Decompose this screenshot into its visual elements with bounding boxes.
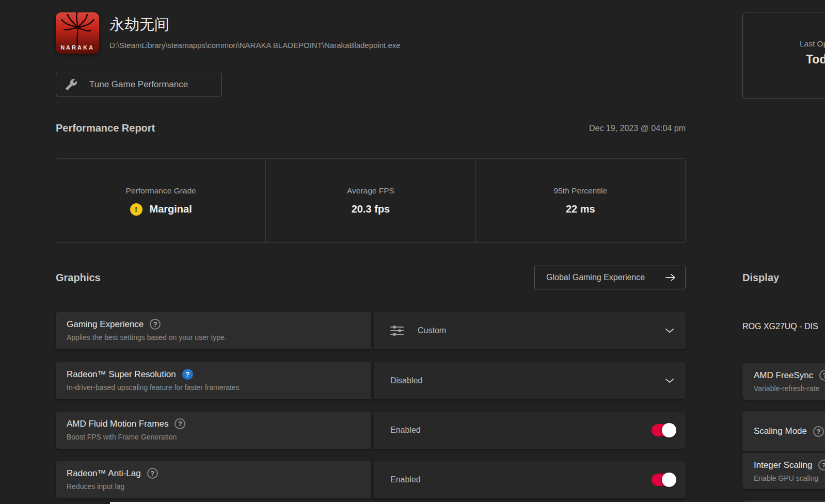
metric-average-fps: Average FPS 20.3 fps xyxy=(265,159,475,242)
global-gaming-experience-button[interactable]: Global Gaming Experience xyxy=(534,266,686,289)
performance-report-heading: Performance Report xyxy=(56,122,155,134)
radeon-anti-lag-control: Enabled xyxy=(374,461,686,498)
background-window-edge xyxy=(110,502,825,504)
metric-label: 95th Percentile xyxy=(554,186,607,196)
setting-row-amd-freesync[interactable]: AMD FreeSync Variable-refresh-rate xyxy=(742,363,825,400)
setting-subtitle: Variable-refresh-rate xyxy=(754,384,825,393)
chevron-down-icon xyxy=(664,325,675,336)
last-opened-label: Last Opened xyxy=(800,39,825,48)
setting-row-scaling-mode[interactable]: Scaling Mode xyxy=(742,411,825,451)
metric-label: Average FPS xyxy=(347,186,394,196)
amd-fluid-motion-frames-label-card: AMD Fluid Motion Frames Boost FPS with F… xyxy=(56,412,371,449)
amd-software-game-page: { "header": { "icon_text": "NARAKA", "ti… xyxy=(0,0,825,504)
setting-subtitle: In-driver-based upscaling feature for fa… xyxy=(67,383,371,392)
setting-subtitle: Reduces input lag xyxy=(67,482,371,491)
warning-icon xyxy=(130,203,142,216)
setting-title: AMD Fluid Motion Frames xyxy=(67,419,168,429)
wrench-icon xyxy=(65,78,77,91)
dropdown-selected-value: Disabled xyxy=(390,376,422,385)
arrow-right-icon xyxy=(664,271,677,284)
gaming-experience-label-card: Gaming Experience Applies the best setti… xyxy=(56,312,371,349)
sliders-icon xyxy=(390,324,404,337)
help-icon[interactable] xyxy=(818,460,825,470)
metric-value: 22 ms xyxy=(566,203,595,215)
setting-title: Radeon™ Anti-Lag xyxy=(67,468,141,479)
last-opened-card: Last Opened Today xyxy=(742,12,825,99)
game-title: 永劫无间 xyxy=(109,14,169,35)
help-icon[interactable] xyxy=(813,426,824,437)
setting-title: Gaming Experience xyxy=(67,319,144,330)
report-timestamp: Dec 19, 2023 @ 04:04 pm xyxy=(465,124,686,133)
setting-subtitle: Enable GPU scaling xyxy=(754,474,825,482)
help-icon[interactable] xyxy=(150,319,161,330)
setting-row-radeon-super-resolution: Radeon™ Super Resolution In-driver-based… xyxy=(56,362,686,399)
game-executable-path: D:\SteamLibrary\steamapps\common\NARAKA … xyxy=(109,41,401,50)
display-heading: Display xyxy=(742,272,779,284)
gaming-experience-dropdown[interactable]: Custom xyxy=(374,312,686,349)
radeon-super-resolution-dropdown[interactable]: Disabled xyxy=(374,362,686,399)
help-icon[interactable] xyxy=(174,418,185,429)
toggle-state-label: Enabled xyxy=(390,426,421,435)
setting-title: Radeon™ Super Resolution xyxy=(67,369,176,380)
game-icon-label: NARAKA xyxy=(56,44,99,51)
dropdown-selected-value: Custom xyxy=(418,326,446,335)
toggle-knob xyxy=(662,423,676,437)
radeon-anti-lag-label-card: Radeon™ Anti-Lag Reduces input lag xyxy=(56,461,371,498)
radeon-anti-lag-toggle[interactable] xyxy=(652,474,675,486)
metric-performance-grade: Performance Grade Marginal xyxy=(56,159,265,242)
metric-95th-percentile: 95th Percentile 22 ms xyxy=(475,159,685,242)
metric-value: Marginal xyxy=(150,203,192,215)
amd-fluid-motion-frames-toggle[interactable] xyxy=(652,424,675,436)
toggle-knob xyxy=(662,473,676,487)
setting-title: Integer Scaling xyxy=(754,460,812,470)
help-icon[interactable] xyxy=(147,468,158,479)
setting-row-amd-fluid-motion-frames: AMD Fluid Motion Frames Boost FPS with F… xyxy=(56,412,686,449)
setting-subtitle: Boost FPS with Frame Generation xyxy=(67,433,371,441)
toggle-state-label: Enabled xyxy=(390,475,421,484)
setting-row-gaming-experience: Gaming Experience Applies the best setti… xyxy=(56,312,686,349)
tune-game-performance-button[interactable]: Tune Game Performance xyxy=(56,73,222,96)
tune-button-label: Tune Game Performance xyxy=(89,79,188,90)
setting-title: Scaling Mode xyxy=(754,426,807,436)
amd-fluid-motion-frames-control: Enabled xyxy=(374,412,686,449)
setting-row-integer-scaling[interactable]: Integer Scaling Enable GPU scaling xyxy=(742,453,825,489)
game-cover-art: NARAKA xyxy=(56,12,99,54)
setting-subtitle: Applies the best settings based on your … xyxy=(67,333,371,342)
monitor-name: ROG XG27UQ - DIS xyxy=(742,322,818,331)
setting-row-radeon-anti-lag: Radeon™ Anti-Lag Reduces input lag Enabl… xyxy=(56,461,686,498)
chevron-down-icon xyxy=(664,375,675,386)
graphics-heading: Graphics xyxy=(56,272,101,284)
radeon-super-resolution-label-card: Radeon™ Super Resolution In-driver-based… xyxy=(56,362,371,399)
performance-metrics-panel: Performance Grade Marginal Average FPS 2… xyxy=(56,158,686,243)
setting-title: AMD FreeSync xyxy=(754,370,813,381)
metric-value: 20.3 fps xyxy=(352,203,390,215)
last-opened-value: Today xyxy=(806,53,825,67)
metric-label: Performance Grade xyxy=(126,186,196,196)
help-icon[interactable] xyxy=(819,370,825,381)
global-gaming-experience-label: Global Gaming Experience xyxy=(546,273,645,282)
help-icon-blue[interactable] xyxy=(182,369,193,380)
